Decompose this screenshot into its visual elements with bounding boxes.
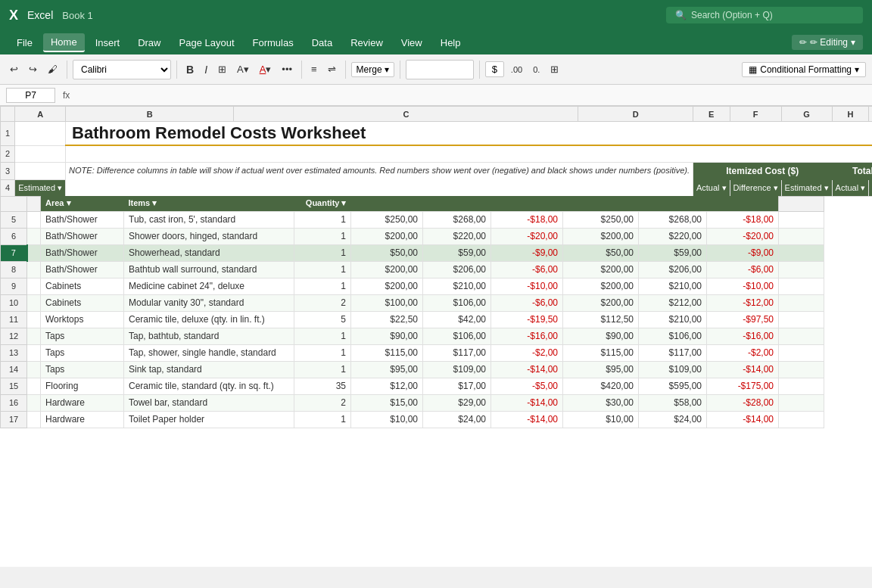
table-row[interactable]: 14 Taps Sink tap, standard 1 $95,00 $109… bbox=[1, 361, 824, 378]
cell-act2-13[interactable]: $117,00 bbox=[639, 344, 707, 361]
cell-act2-12[interactable]: $106,00 bbox=[639, 328, 707, 344]
cell-qty-6[interactable]: 1 bbox=[294, 228, 351, 244]
cell-act2-7[interactable]: $59,00 bbox=[639, 244, 707, 261]
cell-qty-9[interactable]: 1 bbox=[294, 278, 351, 294]
col-header-d[interactable]: D bbox=[578, 107, 693, 122]
font-color-button[interactable]: A▾ bbox=[256, 61, 276, 77]
cell-diff1-5[interactable]: -$18,00 bbox=[491, 211, 563, 228]
col-header-c[interactable]: C bbox=[234, 107, 578, 122]
cell-a14[interactable] bbox=[27, 361, 41, 378]
cell-act1-6[interactable]: $220,00 bbox=[423, 228, 491, 244]
menu-page-layout[interactable]: Page Layout bbox=[172, 34, 242, 51]
cell-est2-14[interactable]: $95,00 bbox=[563, 361, 639, 378]
table-row[interactable]: 8 Bath/Shower Bathtub wall surround, sta… bbox=[1, 261, 824, 278]
cell-k11[interactable] bbox=[779, 311, 824, 328]
cell-a1[interactable] bbox=[15, 122, 66, 146]
cell-act1-8[interactable]: $206,00 bbox=[423, 261, 491, 278]
cell-area-8[interactable]: Bath/Shower bbox=[41, 261, 124, 278]
cell-act2-9[interactable]: $210,00 bbox=[639, 278, 707, 294]
col-head-items[interactable]: Items ▾ bbox=[124, 196, 294, 211]
cell-diff2-9[interactable]: -$10,00 bbox=[707, 278, 779, 294]
cell-item-16[interactable]: Towel bar, standard bbox=[124, 394, 294, 411]
cell-area-5[interactable]: Bath/Shower bbox=[41, 211, 124, 228]
menu-formulas[interactable]: Formulas bbox=[245, 34, 301, 51]
menu-draw[interactable]: Draw bbox=[130, 34, 168, 51]
cell-act1-14[interactable]: $109,00 bbox=[423, 361, 491, 378]
cell-act1-10[interactable]: $106,00 bbox=[423, 294, 491, 311]
number-format-button[interactable]: ⊞ bbox=[547, 61, 562, 77]
italic-button[interactable]: I bbox=[201, 61, 211, 78]
table-row[interactable]: 16 Hardware Towel bar, standard 2 $15,00… bbox=[1, 394, 824, 411]
cell-qty-7[interactable]: 1 bbox=[294, 244, 351, 261]
cell-area-14[interactable]: Taps bbox=[41, 361, 124, 378]
cell-item-15[interactable]: Ceramic tile, standard (qty. in sq. ft.) bbox=[124, 378, 294, 394]
cell-act1-5[interactable]: $268,00 bbox=[423, 211, 491, 228]
cell-a3[interactable] bbox=[15, 162, 66, 179]
cell-a10[interactable] bbox=[27, 294, 41, 311]
cell-diff1-6[interactable]: -$20,00 bbox=[491, 228, 563, 244]
cell-item-17[interactable]: Toilet Paper holder bbox=[124, 411, 294, 428]
cell-a13[interactable] bbox=[27, 344, 41, 361]
cell-qty-8[interactable]: 1 bbox=[294, 261, 351, 278]
cell-diff2-8[interactable]: -$6,00 bbox=[707, 261, 779, 278]
cell-area-12[interactable]: Taps bbox=[41, 328, 124, 344]
cell-title[interactable]: Bathroom Remodel Costs Worksheet bbox=[66, 122, 872, 146]
cell-k17[interactable] bbox=[779, 411, 824, 428]
cell-item-12[interactable]: Tap, bathtub, standard bbox=[124, 328, 294, 344]
cell-est1-12[interactable]: $90,00 bbox=[351, 328, 423, 344]
col-head-actual-2[interactable]: Actual ▾ bbox=[832, 179, 869, 196]
cell-act2-17[interactable]: $24,00 bbox=[639, 411, 707, 428]
col-head-estimated-1[interactable]: Estimated ▾ bbox=[15, 179, 66, 196]
cell-est1-16[interactable]: $15,00 bbox=[351, 394, 423, 411]
cell-k14[interactable] bbox=[779, 361, 824, 378]
cell-k10[interactable] bbox=[779, 294, 824, 311]
cell-diff2-5[interactable]: -$18,00 bbox=[707, 211, 779, 228]
table-row[interactable]: 17 Hardware Toilet Paper holder 1 $10,00… bbox=[1, 411, 824, 428]
cell-act2-10[interactable]: $212,00 bbox=[639, 294, 707, 311]
cell-area-15[interactable]: Flooring bbox=[41, 378, 124, 394]
cell-act1-17[interactable]: $24,00 bbox=[423, 411, 491, 428]
cell-act1-9[interactable]: $210,00 bbox=[423, 278, 491, 294]
cell-reference-input[interactable] bbox=[6, 88, 55, 103]
cell-a6[interactable] bbox=[27, 228, 41, 244]
wrap-button[interactable]: ⇌ bbox=[324, 61, 340, 77]
cell-est1-5[interactable]: $250,00 bbox=[351, 211, 423, 228]
cell-est1-9[interactable]: $200,00 bbox=[351, 278, 423, 294]
cell-est2-17[interactable]: $10,00 bbox=[563, 411, 639, 428]
cell-qty-10[interactable]: 2 bbox=[294, 294, 351, 311]
cell-diff1-13[interactable]: -$2,00 bbox=[491, 344, 563, 361]
cell-est1-8[interactable]: $200,00 bbox=[351, 261, 423, 278]
cell-a15[interactable] bbox=[27, 378, 41, 394]
cell-act1-13[interactable]: $117,00 bbox=[423, 344, 491, 361]
fill-color-button[interactable]: A▾ bbox=[233, 61, 253, 77]
cell-area-7[interactable]: Bath/Shower bbox=[41, 244, 124, 261]
cell-act2-11[interactable]: $210,00 bbox=[639, 311, 707, 328]
cell-diff2-6[interactable]: -$20,00 bbox=[707, 228, 779, 244]
number-format-input[interactable] bbox=[406, 60, 474, 79]
increase-decimal-button[interactable]: 0. bbox=[529, 63, 543, 76]
menu-data[interactable]: Data bbox=[304, 34, 340, 51]
cell-k5[interactable] bbox=[779, 211, 824, 228]
table-row[interactable]: 12 Taps Tap, bathtub, standard 1 $90,00 … bbox=[1, 328, 824, 344]
col-head-difference-2[interactable]: Difference ▾ bbox=[869, 179, 872, 196]
col-head-area[interactable]: Area ▾ bbox=[41, 196, 124, 211]
cell-a5[interactable] bbox=[27, 211, 41, 228]
cell-k8[interactable] bbox=[779, 261, 824, 278]
cell-area-6[interactable]: Bath/Shower bbox=[41, 228, 124, 244]
format-painter-button[interactable]: 🖌 bbox=[44, 61, 61, 77]
cell-item-8[interactable]: Bathtub wall surround, standard bbox=[124, 261, 294, 278]
cell-diff1-11[interactable]: -$19,50 bbox=[491, 311, 563, 328]
col-head-estimated-2[interactable]: Estimated ▾ bbox=[781, 179, 832, 196]
cell-qty-14[interactable]: 1 bbox=[294, 361, 351, 378]
cell-diff1-14[interactable]: -$14,00 bbox=[491, 361, 563, 378]
col-header-b[interactable]: B bbox=[66, 107, 234, 122]
table-row[interactable]: 15 Flooring Ceramic tile, standard (qty.… bbox=[1, 378, 824, 394]
cell-est1-14[interactable]: $95,00 bbox=[351, 361, 423, 378]
menu-help[interactable]: Help bbox=[433, 34, 469, 51]
cell-qty-16[interactable]: 2 bbox=[294, 394, 351, 411]
cell-act1-11[interactable]: $42,00 bbox=[423, 311, 491, 328]
borders-button[interactable]: ⊞ bbox=[214, 61, 230, 77]
cell-est1-6[interactable]: $200,00 bbox=[351, 228, 423, 244]
cell-est2-11[interactable]: $112,50 bbox=[563, 311, 639, 328]
cell-k15[interactable] bbox=[779, 378, 824, 394]
